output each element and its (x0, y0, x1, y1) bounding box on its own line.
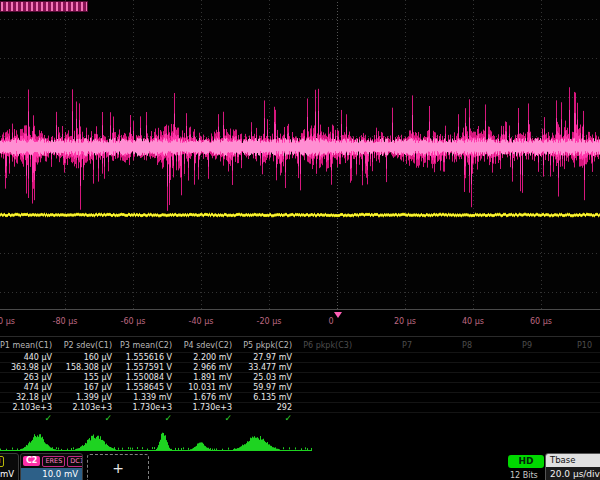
time-axis-label: 60 µs (530, 317, 552, 326)
measure-param-header[interactable]: P8 (420, 341, 480, 351)
time-axis-label: -40 µs (189, 317, 214, 326)
timebase-title: Tbase (546, 454, 600, 467)
c2-badge: C2 (23, 456, 40, 466)
hd-mode-badge[interactable]: HD (508, 455, 544, 468)
c2-eres-tag: ERES (42, 456, 65, 467)
trigger-marker-icon[interactable] (334, 312, 342, 318)
channel-c1-descriptor[interactable]: C1 DC1M 10.0 mV (0, 453, 19, 480)
time-axis-label: -80 µs (53, 317, 78, 326)
measurement-table: P1 mean(C1)P2 sdev(C1)P3 mean(C2)P4 sdev… (0, 338, 600, 424)
bit-depth-label: 12 Bits (510, 471, 538, 480)
time-axis-label: -100 µs (0, 317, 15, 326)
c2-coupling-tag: DC1M (67, 456, 83, 467)
timebase-value: 20.0 µs/div (546, 467, 600, 480)
add-trace-button[interactable]: + (87, 454, 149, 480)
measure-param-header[interactable]: P10 (540, 341, 600, 351)
timebase-axis: -100 µs-80 µs-60 µs-40 µs-20 µs020 µs40 … (0, 310, 600, 337)
c1-coupling-tag: DC1M (0, 456, 4, 467)
checkmark-icon: ✓ (180, 413, 240, 423)
timebase-descriptor[interactable]: Tbase 20.0 µs/div (545, 453, 600, 480)
channel-c2-descriptor[interactable]: C2 ERES DC1M 10.0 mV (20, 453, 83, 480)
add-trace-icon: + (112, 460, 124, 476)
histicon-strip[interactable] (0, 426, 600, 452)
checkmark-icon: ✓ (60, 413, 120, 423)
measure-param-header[interactable]: P3 mean(C2) (120, 341, 180, 351)
trace-label-badge (0, 1, 88, 12)
waveform-traces (0, 0, 600, 309)
measure-param-header[interactable]: P4 sdev(C2) (180, 341, 240, 351)
waveform-grid[interactable] (0, 0, 600, 310)
checkmark-icon: ✓ (120, 413, 180, 423)
measure-param-header[interactable]: P5 pkpk(C2) (240, 341, 300, 351)
measure-param-header[interactable]: P9 (480, 341, 540, 351)
descriptor-bar: C1 DC1M 10.0 mV C2 ERES DC1M 10.0 mV + H… (0, 452, 600, 480)
time-axis-label: -20 µs (257, 317, 282, 326)
measure-param-header[interactable]: P1 mean(C1) (0, 341, 60, 351)
oscilloscope-screen: -100 µs-80 µs-60 µs-40 µs-20 µs020 µs40 … (0, 0, 600, 480)
measure-param-header[interactable]: P2 sdev(C1) (60, 341, 120, 351)
c1-scale-value: 10.0 mV (0, 468, 18, 480)
checkmark-icon: ✓ (0, 413, 60, 423)
checkmark-icon: ✓ (240, 413, 300, 423)
c2-scale-value: 10.0 mV (21, 468, 82, 480)
histicon-canvas (0, 426, 600, 452)
time-axis-label: 40 µs (462, 317, 484, 326)
time-axis-label: 20 µs (394, 317, 416, 326)
measure-param-header[interactable]: P7 (360, 341, 420, 351)
time-axis-label: 0 (328, 317, 333, 326)
time-axis-label: -60 µs (121, 317, 146, 326)
measure-param-header[interactable]: P6 pkpk(C3) (300, 341, 360, 351)
